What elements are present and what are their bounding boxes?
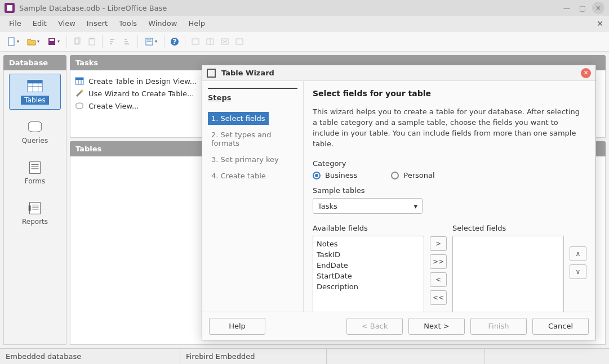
menu-view[interactable]: View: [52, 17, 81, 30]
minimize-button[interactable]: —: [561, 2, 573, 14]
radio-dot-icon: [391, 172, 399, 179]
form-button[interactable]: ▾: [141, 35, 161, 48]
svg-point-36: [81, 89, 83, 92]
selected-fields-list[interactable]: [452, 236, 564, 312]
table-wizard-dialog: Table Wizard ✕ Steps 1. Select fields 2.…: [202, 65, 596, 340]
radio-label: Business: [325, 171, 357, 179]
menu-bar: File Edit View Insert Tools Window Help …: [0, 16, 609, 32]
radio-personal[interactable]: Personal: [391, 171, 434, 179]
sort-desc-button[interactable]: [121, 35, 134, 48]
available-fields-list[interactable]: Notes TaskID EndDate StartDate Descripti…: [313, 236, 424, 312]
window-titlebar: Sample Database.odb - LibreOffice Base —…: [0, 0, 609, 16]
wizard-content: Select fields for your table This wizard…: [304, 81, 595, 312]
selected-fields-label: Selected fields: [452, 224, 564, 232]
task-label: Create View...: [88, 102, 139, 110]
sort-asc-button[interactable]: [106, 35, 119, 48]
menu-insert[interactable]: Insert: [81, 17, 113, 30]
back-button[interactable]: < Back: [346, 318, 403, 335]
separator: [66, 35, 67, 48]
list-item[interactable]: TaskID: [317, 249, 420, 260]
move-up-button[interactable]: ∧: [570, 246, 586, 261]
cancel-button[interactable]: Cancel: [532, 318, 589, 335]
svg-text:?: ?: [172, 37, 177, 46]
help-button[interactable]: ?: [168, 35, 181, 48]
db-item-forms[interactable]: Forms: [9, 155, 61, 191]
radio-business[interactable]: Business: [313, 171, 357, 179]
dialog-close-button[interactable]: ✕: [581, 68, 591, 78]
maximize-button[interactable]: ▢: [576, 2, 589, 14]
svg-rect-6: [90, 38, 94, 39]
separator: [102, 35, 103, 48]
window-title: Sample Database.odb - LibreOffice Base: [19, 4, 167, 12]
status-engine: Firebird Embedded: [180, 349, 327, 364]
steps-header: Steps: [208, 88, 297, 102]
move-down-button[interactable]: ∨: [570, 264, 586, 279]
menu-edit[interactable]: Edit: [27, 17, 52, 30]
sample-tables-combo[interactable]: Tasks ▾: [313, 198, 423, 214]
svg-rect-28: [29, 205, 31, 210]
wizard-heading: Select fields for your table: [313, 89, 586, 98]
task-label: Use Wizard to Create Table...: [88, 89, 194, 98]
new-button[interactable]: ▾: [3, 35, 23, 48]
available-fields-label: Available fields: [313, 224, 424, 232]
table-delete-button[interactable]: [218, 35, 232, 48]
table-rename-button[interactable]: [233, 35, 246, 48]
menu-window[interactable]: Window: [143, 17, 183, 30]
step-4[interactable]: 4. Create table: [208, 169, 297, 182]
chevron-down-icon: ▾: [414, 202, 417, 210]
svg-rect-16: [236, 39, 243, 44]
close-document-button[interactable]: ✕: [597, 19, 603, 28]
status-empty1: [327, 349, 485, 364]
save-button[interactable]: ▾: [44, 35, 63, 48]
move-left-button[interactable]: <: [430, 272, 447, 287]
copy-button[interactable]: [70, 35, 84, 48]
svg-rect-12: [192, 39, 199, 44]
database-panel: Database Tables Queries Forms Reports: [3, 55, 66, 345]
menu-file[interactable]: File: [3, 17, 27, 30]
status-bar: Embedded database Firebird Embedded: [0, 348, 609, 364]
svg-rect-33: [75, 78, 83, 80]
app-icon: [5, 3, 15, 13]
move-all-left-button[interactable]: <<: [430, 290, 447, 305]
svg-rect-27: [30, 203, 41, 214]
svg-rect-23: [30, 162, 41, 174]
separator: [164, 35, 165, 48]
dialog-icon: [207, 69, 216, 78]
menu-help[interactable]: Help: [183, 17, 211, 30]
db-item-tables[interactable]: Tables: [9, 74, 61, 110]
dialog-footer: Help < Back Next > Finish Cancel: [202, 312, 595, 340]
move-right-button[interactable]: >: [430, 236, 447, 251]
list-item[interactable]: EndDate: [317, 260, 420, 271]
table-new-button[interactable]: [189, 35, 202, 48]
main-toolbar: ▾ ▾ ▾ ▾ ?: [0, 32, 609, 52]
dialog-title: Table Wizard: [221, 69, 274, 77]
database-panel-header: Database: [3, 55, 66, 70]
list-item[interactable]: Notes: [317, 239, 420, 249]
list-item[interactable]: Description: [317, 281, 420, 292]
step-1[interactable]: 1. Select fields: [208, 112, 269, 125]
steps-pane: Steps 1. Select fields 2. Set types and …: [202, 81, 304, 312]
dialog-titlebar[interactable]: Table Wizard ✕: [202, 65, 595, 81]
step-2[interactable]: 2. Set types and formats: [208, 128, 297, 150]
category-label: Category: [313, 159, 586, 168]
close-window-button[interactable]: ✕: [592, 2, 604, 14]
help-button[interactable]: Help: [209, 318, 265, 335]
open-button[interactable]: ▾: [24, 35, 43, 48]
db-item-label: Forms: [25, 177, 45, 185]
table-edit-button[interactable]: [203, 35, 217, 48]
finish-button[interactable]: Finish: [470, 318, 527, 335]
list-item[interactable]: StartDate: [317, 271, 420, 281]
sample-tables-label: Sample tables: [313, 186, 586, 195]
separator: [137, 35, 138, 48]
step-3[interactable]: 3. Set primary key: [208, 153, 297, 166]
paste-button[interactable]: [85, 35, 99, 48]
menu-tools[interactable]: Tools: [113, 17, 143, 30]
db-item-queries[interactable]: Queries: [9, 114, 61, 150]
combo-value: Tasks: [318, 202, 337, 210]
db-item-label: Reports: [22, 218, 48, 226]
radio-label: Personal: [403, 171, 434, 179]
next-button[interactable]: Next >: [408, 318, 465, 335]
db-item-reports[interactable]: Reports: [9, 195, 61, 231]
move-all-right-button[interactable]: >>: [430, 254, 447, 269]
task-label: Create Table in Design View...: [88, 77, 197, 86]
